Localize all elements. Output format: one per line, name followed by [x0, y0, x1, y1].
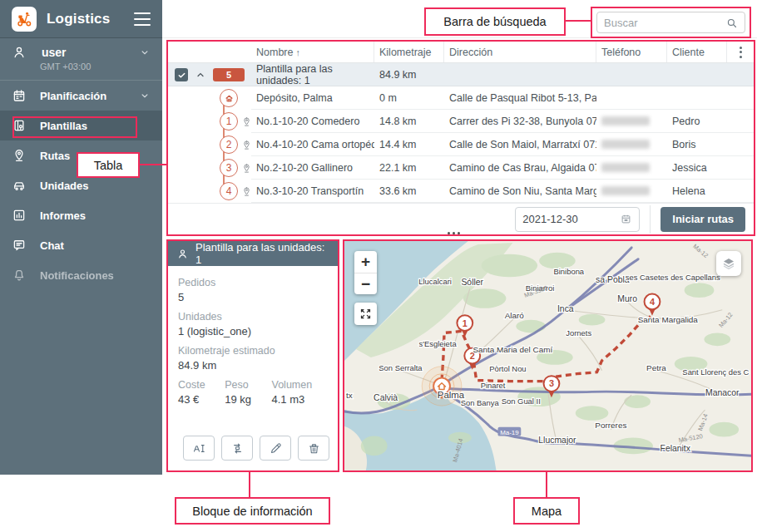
sidebar-item-label: Chat: [40, 239, 151, 252]
metric-value: 4.1 m3: [272, 393, 329, 406]
sidebar-nav: PlanificaciónPlantillasRutasUnidadesInfo…: [0, 81, 162, 290]
route-pin-icon: [12, 148, 27, 163]
cell-cliente: Jessica: [667, 156, 727, 180]
column-header-nombre[interactable]: Nombre↑: [251, 42, 374, 62]
search-field[interactable]: [596, 12, 745, 33]
search-input[interactable]: [604, 17, 725, 29]
map-zoom-control: + −: [354, 251, 377, 294]
map-place-label: Porreres: [595, 421, 626, 430]
map-place-label: Jornets: [566, 328, 591, 337]
map-place-label: Muro: [617, 294, 637, 303]
map-place-label: Son Serralta: [378, 363, 423, 372]
info-block-header: Plantilla para las unidades: 1: [168, 241, 338, 266]
sidebar-item-planificacion[interactable]: Planificación: [0, 81, 162, 111]
metric-label: Peso: [225, 379, 271, 391]
column-menu: [727, 42, 754, 62]
pin-icon: [241, 116, 251, 127]
table-rows: Depósito, Palma0 mCalle de Pasqual Ribot…: [168, 86, 754, 203]
sidebar-item-plantillas[interactable]: Plantillas: [0, 111, 162, 140]
table-footer: Iniciar rutas: [168, 203, 754, 234]
svg-text:4: 4: [650, 297, 655, 307]
cell-telefono: [596, 156, 667, 180]
table-row[interactable]: Depósito, Palma0 mCalle de Pasqual Ribot…: [168, 86, 754, 110]
scooter-logo-icon: [15, 10, 33, 28]
report-icon: [12, 208, 27, 223]
annotation-info-line: [249, 472, 250, 497]
metric-value: 43 €: [178, 393, 225, 406]
map-place-label: sa Pobla: [596, 275, 630, 284]
sidebar-item-chat[interactable]: Chat: [0, 230, 162, 260]
map-place-label: s'Esgleieta: [418, 339, 457, 348]
map-layers-button[interactable]: [716, 251, 741, 276]
table-group-row[interactable]: 5 Plantilla para las unidades: 1 84.9 km: [168, 63, 754, 86]
zoom-out-button[interactable]: −: [354, 273, 377, 294]
sidebar-item-notificaciones[interactable]: Notificaciones: [0, 260, 162, 290]
date-picker[interactable]: [515, 207, 640, 232]
annotation-map-label: Mapa: [513, 497, 580, 525]
map-place-label: Petra: [646, 363, 666, 372]
map-place-label: Son Banya: [461, 398, 500, 407]
phone-redacted: [601, 163, 650, 172]
cell-nombre: No.1-10-20 Comedero: [251, 110, 374, 133]
map-fullscreen-button[interactable]: [354, 303, 377, 325]
menu-toggle-icon[interactable]: [134, 12, 151, 26]
phone-redacted: [601, 140, 650, 149]
routes-table: Nombre↑KilometrajeDirecciónTeléfonoClien…: [166, 40, 755, 236]
annotation-info-label: Bloque de información: [175, 497, 330, 525]
delete-button[interactable]: [298, 436, 329, 461]
metric-value: 19 kg: [225, 393, 271, 406]
info-field-value: 84.9 km: [178, 359, 328, 372]
pin-icon: [241, 140, 251, 150]
map-place-label: Calvià: [374, 393, 398, 402]
calendar-icon[interactable]: [620, 213, 632, 225]
panel-splitter-handle[interactable]: [448, 232, 460, 234]
zoom-in-button[interactable]: +: [354, 251, 377, 273]
rename-button[interactable]: [183, 436, 215, 461]
reassign-unit-button[interactable]: [221, 436, 253, 461]
group-checkbox[interactable]: [175, 68, 188, 81]
table-row[interactable]: 4No.3-10-20 Transportín33.6 kmCamino de …: [168, 180, 754, 203]
info-block: Plantilla para las unidades: 1 Pedidos 5…: [166, 239, 339, 472]
cell-direccion: Calle de Son Maiol, Marratxí 07141,...: [444, 133, 596, 156]
sidebar-user-section[interactable]: user GMT +03:00: [0, 38, 162, 81]
table-header-row: Nombre↑KilometrajeDirecciónTeléfonoClien…: [168, 42, 754, 63]
start-routes-button[interactable]: Iniciar rutas: [661, 207, 745, 232]
chevron-down-icon: [139, 47, 151, 58]
home-marker: [220, 89, 238, 107]
table-row[interactable]: 2No.4-10-20 Cama ortopédica14.4 kmCalle …: [168, 133, 754, 156]
annotation-table-line: [140, 164, 166, 165]
column-header-kilometraje[interactable]: Kilometraje: [374, 42, 444, 62]
edit-icon: [269, 441, 283, 456]
sidebar-header: Logistics: [0, 0, 162, 38]
sidebar-item-label: Plantillas: [40, 120, 151, 132]
column-header-teléfono[interactable]: Teléfono: [596, 42, 667, 62]
edit-button[interactable]: [260, 436, 291, 461]
map-place-label: Sant Llorenç des C: [682, 367, 749, 377]
cell-telefono: [596, 180, 667, 203]
table-row[interactable]: 3No.2-10-20 Gallinero22.1 kmCamino de Ca…: [168, 156, 754, 180]
collapse-chevron-icon[interactable]: [195, 70, 205, 80]
map-canvas[interactable]: 1234 LlucalcariSóllerBinibonaBiniarroisa…: [344, 241, 751, 470]
map-place-label: Felanitx: [661, 444, 691, 453]
info-block-actions: [183, 436, 329, 461]
table-row[interactable]: 1No.1-10-20 Comedero14.8 kmCarrer des Pi…: [168, 110, 754, 133]
column-header-cliente[interactable]: Cliente: [667, 42, 727, 62]
column-header-dirección[interactable]: Dirección: [444, 42, 596, 62]
search-icon[interactable]: [725, 17, 738, 29]
date-input[interactable]: [522, 213, 620, 225]
table-menu-icon[interactable]: [736, 43, 745, 62]
chat-icon: [12, 238, 27, 253]
sidebar-item-informes[interactable]: Informes: [0, 200, 162, 230]
cell-cliente: Boris: [667, 133, 727, 156]
map[interactable]: 1234 LlucalcariSóllerBinibonaBiniarroisa…: [343, 239, 753, 472]
svg-text:3: 3: [549, 378, 554, 388]
map-place-label: Santa Maria del Camí: [473, 345, 552, 354]
cell-nombre: No.2-10-20 Gallinero: [251, 156, 374, 180]
reassign-unit-icon: [230, 441, 245, 456]
cell-nombre: Depósito, Palma: [251, 86, 374, 110]
cell-kilometraje: 14.8 km: [374, 110, 444, 133]
sidebar-item-label: Notificaciones: [40, 269, 151, 282]
app-title: Logistics: [47, 11, 134, 27]
sort-asc-icon[interactable]: ↑: [295, 47, 300, 57]
cell-direccion: Carrer des Pi 32-38, Bunyola 07110,...: [444, 110, 596, 133]
